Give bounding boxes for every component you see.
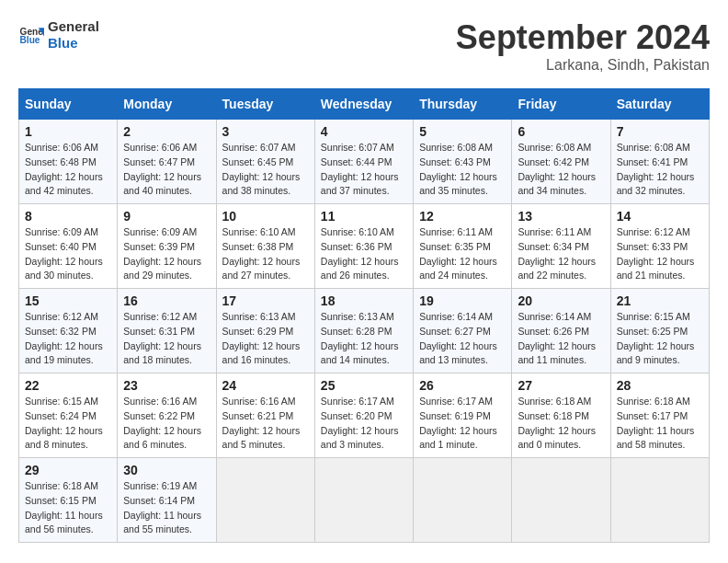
calendar-body: 1Sunrise: 6:06 AMSunset: 6:48 PMDaylight… [19,120,710,543]
calendar-cell: 12Sunrise: 6:11 AMSunset: 6:35 PMDayligh… [414,204,512,289]
day-info: Sunrise: 6:18 AMSunset: 6:17 PMDaylight:… [617,395,703,453]
calendar-cell: 22Sunrise: 6:15 AMSunset: 6:24 PMDayligh… [19,373,118,458]
day-info: Sunrise: 6:13 AMSunset: 6:28 PMDaylight:… [321,310,407,368]
calendar-cell [414,458,512,543]
day-number: 1 [25,124,111,139]
day-number: 3 [222,124,309,139]
header-day-monday: Monday [118,89,216,120]
logo-line2: Blue [48,35,99,52]
day-number: 30 [123,463,210,477]
calendar-cell: 19Sunrise: 6:14 AMSunset: 6:27 PMDayligh… [414,289,512,373]
day-number: 10 [222,209,309,224]
day-info: Sunrise: 6:06 AMSunset: 6:47 PMDaylight:… [123,141,210,199]
calendar-cell: 20Sunrise: 6:14 AMSunset: 6:26 PMDayligh… [512,289,610,373]
day-number: 26 [419,378,506,393]
calendar-cell: 3Sunrise: 6:07 AMSunset: 6:45 PMDaylight… [216,120,314,204]
day-number: 20 [518,293,604,308]
title-block: September 2024 Larkana, Sindh, Pakistan [456,18,710,74]
day-info: Sunrise: 6:13 AMSunset: 6:29 PMDaylight:… [222,310,309,368]
day-info: Sunrise: 6:19 AMSunset: 6:14 PMDaylight:… [123,479,210,537]
month-title: September 2024 [456,18,710,57]
day-number: 25 [321,378,407,393]
calendar-cell: 16Sunrise: 6:12 AMSunset: 6:31 PMDayligh… [118,289,216,373]
day-info: Sunrise: 6:16 AMSunset: 6:21 PMDaylight:… [222,395,309,453]
calendar-cell: 30Sunrise: 6:19 AMSunset: 6:14 PMDayligh… [118,458,216,543]
calendar-week-4: 22Sunrise: 6:15 AMSunset: 6:24 PMDayligh… [19,373,710,458]
calendar-header-row: SundayMondayTuesdayWednesdayThursdayFrid… [19,89,710,120]
day-info: Sunrise: 6:15 AMSunset: 6:24 PMDaylight:… [25,395,111,453]
header-day-tuesday: Tuesday [216,89,314,120]
day-number: 24 [222,378,309,393]
day-number: 7 [617,124,703,139]
day-number: 29 [25,463,111,477]
calendar-cell: 10Sunrise: 6:10 AMSunset: 6:38 PMDayligh… [216,204,314,289]
header-day-thursday: Thursday [414,89,512,120]
day-number: 6 [518,124,604,139]
calendar-cell: 5Sunrise: 6:08 AMSunset: 6:43 PMDaylight… [414,120,512,204]
logo: General Blue General Blue [18,18,99,52]
calendar-cell: 28Sunrise: 6:18 AMSunset: 6:17 PMDayligh… [610,373,709,458]
header-day-wednesday: Wednesday [314,89,413,120]
day-info: Sunrise: 6:15 AMSunset: 6:25 PMDaylight:… [617,310,703,368]
calendar-cell: 24Sunrise: 6:16 AMSunset: 6:21 PMDayligh… [216,373,314,458]
header-day-sunday: Sunday [19,89,118,120]
calendar-cell: 26Sunrise: 6:17 AMSunset: 6:19 PMDayligh… [414,373,512,458]
day-number: 23 [123,378,210,393]
calendar-cell [216,458,314,543]
calendar-cell: 9Sunrise: 6:09 AMSunset: 6:39 PMDaylight… [118,204,216,289]
day-number: 11 [321,209,407,224]
calendar-cell [512,458,610,543]
calendar-cell: 8Sunrise: 6:09 AMSunset: 6:40 PMDaylight… [19,204,118,289]
calendar-cell: 15Sunrise: 6:12 AMSunset: 6:32 PMDayligh… [19,289,118,373]
day-number: 27 [518,378,604,393]
calendar-week-5: 29Sunrise: 6:18 AMSunset: 6:15 PMDayligh… [19,458,710,543]
day-number: 17 [222,293,309,308]
calendar-cell [314,458,413,543]
day-info: Sunrise: 6:10 AMSunset: 6:38 PMDaylight:… [222,225,309,283]
day-number: 9 [123,209,210,224]
day-info: Sunrise: 6:06 AMSunset: 6:48 PMDaylight:… [25,141,111,199]
calendar-cell [610,458,709,543]
day-number: 2 [123,124,210,139]
day-info: Sunrise: 6:11 AMSunset: 6:34 PMDaylight:… [518,225,604,283]
day-info: Sunrise: 6:14 AMSunset: 6:27 PMDaylight:… [419,310,506,368]
calendar-cell: 27Sunrise: 6:18 AMSunset: 6:18 PMDayligh… [512,373,610,458]
calendar-week-1: 1Sunrise: 6:06 AMSunset: 6:48 PMDaylight… [19,120,710,204]
day-info: Sunrise: 6:17 AMSunset: 6:19 PMDaylight:… [419,395,506,453]
calendar-cell: 18Sunrise: 6:13 AMSunset: 6:28 PMDayligh… [314,289,413,373]
day-info: Sunrise: 6:18 AMSunset: 6:15 PMDaylight:… [25,479,111,537]
calendar-cell: 14Sunrise: 6:12 AMSunset: 6:33 PMDayligh… [610,204,709,289]
day-number: 4 [321,124,407,139]
calendar-cell: 25Sunrise: 6:17 AMSunset: 6:20 PMDayligh… [314,373,413,458]
day-info: Sunrise: 6:12 AMSunset: 6:31 PMDaylight:… [123,310,210,368]
day-number: 21 [617,293,703,308]
day-info: Sunrise: 6:11 AMSunset: 6:35 PMDaylight:… [419,225,506,283]
day-number: 16 [123,293,210,308]
day-number: 22 [25,378,111,393]
day-info: Sunrise: 6:18 AMSunset: 6:18 PMDaylight:… [518,395,604,453]
calendar-cell: 2Sunrise: 6:06 AMSunset: 6:47 PMDaylight… [118,120,216,204]
calendar-cell: 6Sunrise: 6:08 AMSunset: 6:42 PMDaylight… [512,120,610,204]
day-info: Sunrise: 6:16 AMSunset: 6:22 PMDaylight:… [123,395,210,453]
location-subtitle: Larkana, Sindh, Pakistan [456,57,710,74]
calendar-week-3: 15Sunrise: 6:12 AMSunset: 6:32 PMDayligh… [19,289,710,373]
day-number: 5 [419,124,506,139]
calendar-cell: 23Sunrise: 6:16 AMSunset: 6:22 PMDayligh… [118,373,216,458]
header-day-friday: Friday [512,89,610,120]
day-info: Sunrise: 6:08 AMSunset: 6:42 PMDaylight:… [518,141,604,199]
day-info: Sunrise: 6:08 AMSunset: 6:41 PMDaylight:… [617,141,703,199]
calendar-cell: 13Sunrise: 6:11 AMSunset: 6:34 PMDayligh… [512,204,610,289]
day-info: Sunrise: 6:17 AMSunset: 6:20 PMDaylight:… [321,395,407,453]
day-info: Sunrise: 6:07 AMSunset: 6:44 PMDaylight:… [321,141,407,199]
calendar-cell: 29Sunrise: 6:18 AMSunset: 6:15 PMDayligh… [19,458,118,543]
calendar-cell: 21Sunrise: 6:15 AMSunset: 6:25 PMDayligh… [610,289,709,373]
logo-line1: General [48,18,99,35]
day-info: Sunrise: 6:09 AMSunset: 6:40 PMDaylight:… [25,225,111,283]
day-info: Sunrise: 6:10 AMSunset: 6:36 PMDaylight:… [321,225,407,283]
calendar-cell: 11Sunrise: 6:10 AMSunset: 6:36 PMDayligh… [314,204,413,289]
calendar-cell: 4Sunrise: 6:07 AMSunset: 6:44 PMDaylight… [314,120,413,204]
day-number: 19 [419,293,506,308]
day-number: 8 [25,209,111,224]
calendar-week-2: 8Sunrise: 6:09 AMSunset: 6:40 PMDaylight… [19,204,710,289]
day-number: 28 [617,378,703,393]
